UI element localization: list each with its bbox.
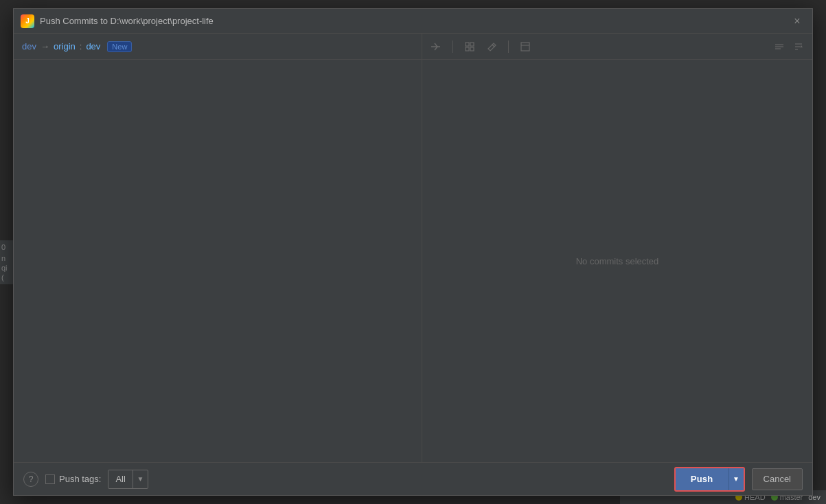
local-branch-label: dev (22, 41, 36, 51)
svg-rect-1 (466, 43, 469, 46)
edit-icon[interactable] (483, 38, 500, 55)
help-button[interactable]: ? (23, 472, 38, 487)
sort-icon[interactable] (790, 38, 807, 55)
push-label: Push (691, 474, 713, 484)
left-panel-header: dev → origin : dev New (14, 34, 422, 60)
dialog-title-left: J Push Commits to D:\work\project\projec… (21, 14, 214, 28)
dropdown-arrow-icon[interactable]: ▼ (133, 470, 148, 488)
grid-icon[interactable] (461, 38, 478, 55)
branch-arrow: → (41, 41, 49, 51)
push-dropdown-button[interactable]: ▼ (729, 468, 744, 490)
close-button[interactable]: × (789, 13, 805, 30)
push-tags-dropdown[interactable]: All ▼ (108, 470, 148, 489)
new-badge: New (107, 41, 132, 52)
dropdown-value: All (108, 472, 132, 486)
svg-rect-2 (470, 43, 474, 46)
right-toolbar-right (771, 38, 807, 55)
push-tags-checkbox-input[interactable] (45, 474, 55, 484)
expand-icon[interactable] (771, 38, 788, 55)
separator-2 (508, 41, 509, 53)
add-icon[interactable] (428, 38, 444, 55)
push-tags-label: Push tags: (59, 474, 101, 484)
cancel-label: Cancel (764, 474, 791, 484)
push-button[interactable]: Push (676, 468, 729, 490)
remote-label: origin (54, 41, 76, 51)
svg-rect-5 (521, 43, 529, 51)
svg-rect-4 (470, 47, 474, 51)
right-panel-toolbar (422, 34, 812, 60)
colon: : (80, 41, 82, 51)
push-commits-dialog: J Push Commits to D:\work\project\projec… (13, 8, 813, 496)
push-button-group: Push ▼ (674, 467, 745, 492)
help-icon: ? (29, 474, 34, 484)
commit-detail-panel: No commits selected (422, 60, 812, 462)
push-dropdown-icon: ▼ (733, 475, 739, 483)
left-panel: dev → origin : dev New (14, 34, 422, 462)
remote-branch-label: dev (86, 41, 100, 51)
svg-rect-3 (466, 47, 469, 51)
app-icon: J (21, 14, 34, 28)
separator-1 (452, 41, 453, 53)
dialog-titlebar: J Push Commits to D:\work\project\projec… (14, 9, 812, 34)
dialog-title: Push Commits to D:\work\project\project-… (40, 16, 214, 26)
dialog-overlay: J Push Commits to D:\work\project\projec… (0, 0, 826, 504)
commits-list (14, 60, 422, 462)
push-tags-checkbox[interactable]: Push tags: (45, 474, 101, 484)
dialog-body: dev → origin : dev New (14, 34, 812, 462)
dialog-footer: ? Push tags: All ▼ Push ▼ Cancel (14, 462, 812, 495)
no-commits-text: No commits selected (576, 256, 659, 266)
cancel-button[interactable]: Cancel (752, 468, 803, 490)
right-panel: No commits selected (422, 34, 812, 462)
panel-icon[interactable] (517, 38, 534, 55)
